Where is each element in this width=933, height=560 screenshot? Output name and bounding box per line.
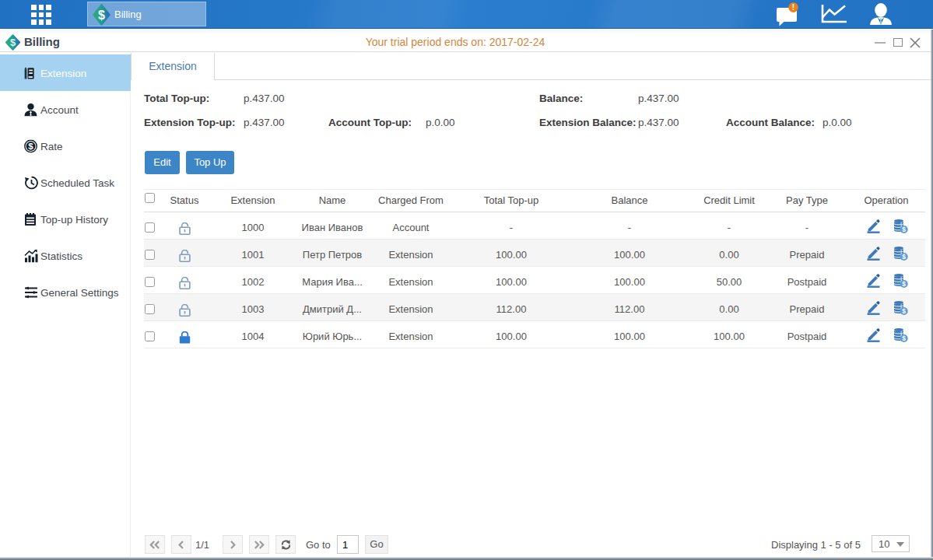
svg-text:!: ! [792, 3, 794, 12]
svg-text:$: $ [98, 8, 105, 21]
svg-text:$: $ [28, 142, 33, 151]
